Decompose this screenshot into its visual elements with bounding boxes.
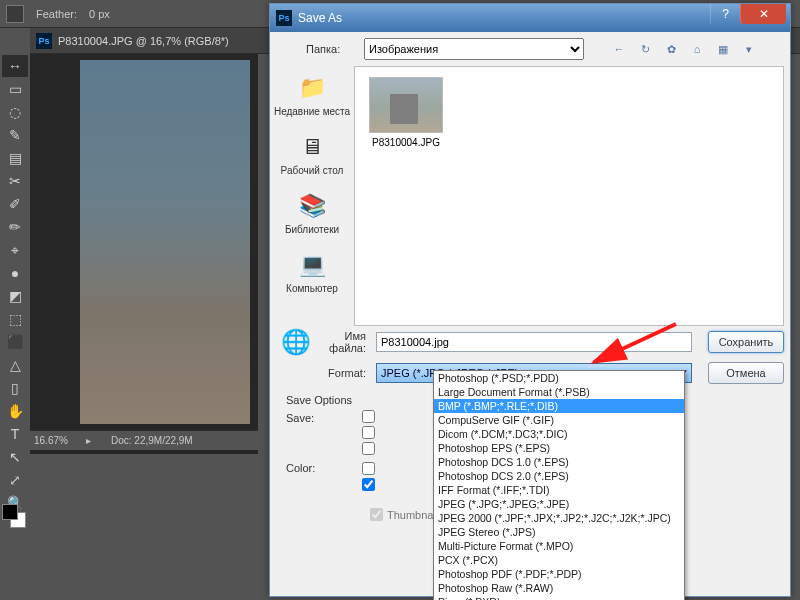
save-button[interactable]: Сохранить (708, 331, 784, 353)
tool-3[interactable]: ✎ (2, 124, 28, 146)
feather-label: Feather: (36, 8, 77, 20)
status-bar: 16.67% ▸ Doc: 22,9M/22,9M (30, 430, 258, 450)
filename-input[interactable] (376, 332, 692, 352)
folder-label: Папка: (306, 43, 356, 55)
places-icon: 🖥 (294, 131, 330, 163)
places-label: Компьютер (272, 283, 352, 294)
ps-file-icon: Ps (36, 33, 52, 49)
tool-8[interactable]: ⌖ (2, 239, 28, 261)
format-option[interactable]: Photoshop EPS (*.EPS) (434, 441, 684, 455)
color-option-checkbox-1[interactable] (362, 462, 375, 475)
color-swatches[interactable] (2, 504, 28, 530)
thumbnail-label: Thumbnail (387, 509, 438, 521)
places-icon: 💻 (294, 249, 330, 281)
format-option[interactable]: IFF Format (*.IFF;*.TDI) (434, 483, 684, 497)
format-option[interactable]: Photoshop Raw (*.RAW) (434, 581, 684, 595)
tool-17[interactable]: ↖ (2, 446, 28, 468)
folder-toolbar-icon-3[interactable]: ⌂ (688, 40, 706, 58)
save-label: Save: (276, 410, 362, 458)
save-option-checkbox-3[interactable] (362, 442, 375, 455)
close-button[interactable]: ✕ (740, 4, 786, 24)
doc-size: Doc: 22,9M/22,9M (91, 435, 193, 446)
format-dropdown-list[interactable]: Photoshop (*.PSD;*.PDD)Large Document Fo… (433, 370, 685, 600)
format-option[interactable]: JPEG 2000 (*.JPF;*.JPX;*.JP2;*.J2C;*.J2K… (434, 511, 684, 525)
save-options-label: Save Options (276, 392, 362, 406)
folder-toolbar-icon-1[interactable]: ↻ (636, 40, 654, 58)
format-option[interactable]: Photoshop DCS 2.0 (*.EPS) (434, 469, 684, 483)
places-item-3[interactable]: 💻Компьютер (272, 245, 352, 304)
zoom-value[interactable]: 16.67% (30, 435, 86, 446)
feather-value: 0 px (89, 8, 110, 20)
canvas-area[interactable] (30, 54, 258, 454)
tool-18[interactable]: ⤢ (2, 469, 28, 491)
web-icon: 🌐 (276, 328, 316, 356)
places-item-2[interactable]: 📚Библиотеки (272, 186, 352, 245)
folder-toolbar-icon-2[interactable]: ✿ (662, 40, 680, 58)
places-item-1[interactable]: 🖥Рабочий стол (272, 127, 352, 186)
cancel-button[interactable]: Отмена (708, 362, 784, 384)
tool-15[interactable]: ✋ (2, 400, 28, 422)
folder-select[interactable]: Изображения (364, 38, 584, 60)
help-button[interactable]: ? (710, 4, 740, 24)
tool-7[interactable]: ✏ (2, 216, 28, 238)
tool-16[interactable]: T (2, 423, 28, 445)
folder-toolbar-icon-5[interactable]: ▾ (740, 40, 758, 58)
file-browser[interactable]: P8310004.JPG (354, 66, 784, 326)
format-option[interactable]: Photoshop (*.PSD;*.PDD) (434, 371, 684, 385)
tool-9[interactable]: ● (2, 262, 28, 284)
places-label: Рабочий стол (272, 165, 352, 176)
folder-bar: Папка: Изображения ←↻✿⌂▦▾ (270, 32, 790, 66)
format-option[interactable]: Photoshop DCS 1.0 (*.EPS) (434, 455, 684, 469)
tool-11[interactable]: ⬚ (2, 308, 28, 330)
selection-preview (6, 5, 24, 23)
color-label: Color: (276, 462, 362, 494)
file-thumbnail (369, 77, 443, 133)
format-option[interactable]: Pixar (*.PXR) (434, 595, 684, 600)
tool-5[interactable]: ✂ (2, 170, 28, 192)
thumbnail-checkbox (370, 508, 383, 521)
dialog-titlebar[interactable]: Ps Save As ? ✕ (270, 4, 790, 32)
ps-app-icon: Ps (276, 10, 292, 26)
document-tab-label: P8310004.JPG @ 16,7% (RGB/8*) (58, 35, 229, 47)
tool-14[interactable]: ▯ (2, 377, 28, 399)
color-option-checkbox-2[interactable] (362, 478, 375, 491)
format-option[interactable]: Multi-Picture Format (*.MPO) (434, 539, 684, 553)
save-option-checkbox-1[interactable] (362, 410, 375, 423)
format-option[interactable]: Dicom (*.DCM;*.DC3;*.DIC) (434, 427, 684, 441)
format-label: Format: (316, 367, 376, 379)
tool-4[interactable]: ▤ (2, 147, 28, 169)
folder-toolbar-icon-0[interactable]: ← (610, 40, 628, 58)
format-option[interactable]: Photoshop PDF (*.PDF;*.PDP) (434, 567, 684, 581)
format-option[interactable]: JPEG (*.JPG;*.JPEG;*.JPE) (434, 497, 684, 511)
format-option[interactable]: CompuServe GIF (*.GIF) (434, 413, 684, 427)
tool-12[interactable]: ⬛ (2, 331, 28, 353)
places-label: Библиотеки (272, 224, 352, 235)
tool-13[interactable]: △ (2, 354, 28, 376)
tool-0[interactable]: ↔ (2, 55, 28, 77)
places-item-0[interactable]: 📁Недавние места (272, 68, 352, 127)
format-option[interactable]: PCX (*.PCX) (434, 553, 684, 567)
places-label: Недавние места (272, 106, 352, 117)
document-image (80, 60, 250, 424)
tool-10[interactable]: ◩ (2, 285, 28, 307)
tool-1[interactable]: ▭ (2, 78, 28, 100)
tool-2[interactable]: ◌ (2, 101, 28, 123)
filename-label: Имя файла: (316, 330, 376, 354)
dialog-title: Save As (298, 11, 342, 25)
places-icon: 📚 (294, 190, 330, 222)
file-name: P8310004.JPG (365, 137, 447, 148)
fg-color-swatch[interactable] (2, 504, 18, 520)
tool-6[interactable]: ✐ (2, 193, 28, 215)
format-option[interactable]: JPEG Stereo (*.JPS) (434, 525, 684, 539)
format-option[interactable]: BMP (*.BMP;*.RLE;*.DIB) (434, 399, 684, 413)
places-sidebar: 📁Недавние места🖥Рабочий стол📚Библиотеки💻… (270, 66, 354, 326)
folder-toolbar-icon-4[interactable]: ▦ (714, 40, 732, 58)
places-icon: 📁 (294, 72, 330, 104)
format-option[interactable]: Large Document Format (*.PSB) (434, 385, 684, 399)
file-item[interactable]: P8310004.JPG (365, 77, 447, 148)
save-option-checkbox-2[interactable] (362, 426, 375, 439)
